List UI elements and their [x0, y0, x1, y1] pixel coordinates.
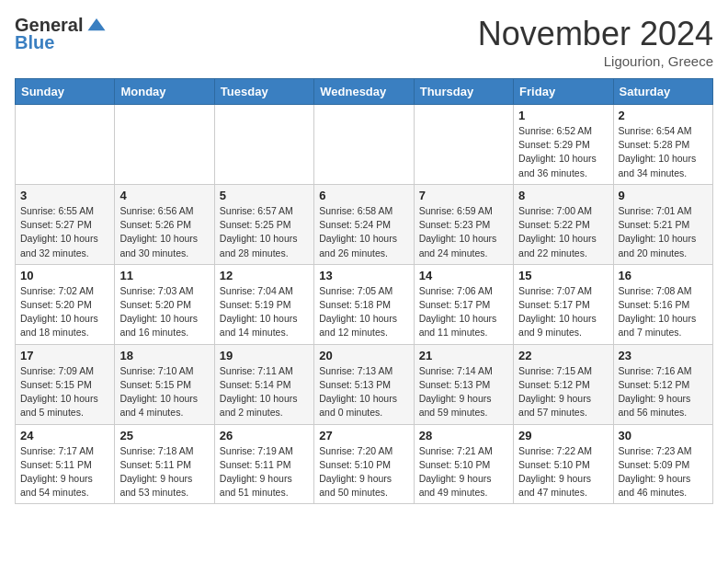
- week-row-5: 24Sunrise: 7:17 AM Sunset: 5:11 PM Dayli…: [16, 424, 713, 504]
- day-number: 6: [319, 189, 408, 202]
- day-number: 21: [419, 349, 508, 362]
- day-info: Sunrise: 7:19 AM Sunset: 5:11 PM Dayligh…: [220, 444, 309, 500]
- day-number: 20: [319, 349, 408, 362]
- day-number: 1: [518, 109, 608, 122]
- calendar-cell: 2Sunrise: 6:54 AM Sunset: 5:28 PM Daylig…: [613, 105, 712, 185]
- calendar-cell: 1Sunrise: 6:52 AM Sunset: 5:29 PM Daylig…: [514, 105, 613, 185]
- weekday-header-row: SundayMondayTuesdayWednesdayThursdayFrid…: [16, 79, 713, 105]
- calendar-cell: 5Sunrise: 6:57 AM Sunset: 5:25 PM Daylig…: [214, 184, 313, 264]
- calendar-cell: 20Sunrise: 7:13 AM Sunset: 5:13 PM Dayli…: [314, 344, 414, 424]
- calendar-cell: 25Sunrise: 7:18 AM Sunset: 5:11 PM Dayli…: [115, 424, 214, 504]
- day-info: Sunrise: 7:20 AM Sunset: 5:10 PM Dayligh…: [319, 444, 408, 500]
- logo-icon: [86, 16, 107, 36]
- page-header: General Blue November 2024 Ligourion, Gr…: [15, 15, 713, 69]
- day-number: 11: [119, 269, 209, 282]
- week-row-1: 1Sunrise: 6:52 AM Sunset: 5:29 PM Daylig…: [16, 105, 713, 185]
- day-number: 24: [20, 429, 109, 442]
- calendar-cell: [16, 105, 115, 185]
- calendar-table: SundayMondayTuesdayWednesdayThursdayFrid…: [15, 78, 713, 504]
- day-info: Sunrise: 7:04 AM Sunset: 5:19 PM Dayligh…: [220, 284, 309, 340]
- day-number: 4: [119, 189, 209, 202]
- day-info: Sunrise: 7:07 AM Sunset: 5:17 PM Dayligh…: [518, 284, 608, 340]
- calendar-cell: 18Sunrise: 7:10 AM Sunset: 5:15 PM Dayli…: [115, 344, 214, 424]
- day-info: Sunrise: 7:01 AM Sunset: 5:21 PM Dayligh…: [619, 204, 708, 260]
- day-number: 10: [20, 269, 109, 282]
- calendar-cell: 13Sunrise: 7:05 AM Sunset: 5:18 PM Dayli…: [314, 264, 414, 344]
- day-number: 22: [518, 349, 608, 362]
- calendar-cell: 21Sunrise: 7:14 AM Sunset: 5:13 PM Dayli…: [414, 344, 513, 424]
- day-number: 18: [119, 349, 209, 362]
- day-info: Sunrise: 6:54 AM Sunset: 5:28 PM Dayligh…: [619, 124, 708, 180]
- calendar-cell: 7Sunrise: 6:59 AM Sunset: 5:23 PM Daylig…: [414, 184, 513, 264]
- day-info: Sunrise: 7:02 AM Sunset: 5:20 PM Dayligh…: [20, 284, 109, 340]
- weekday-header-friday: Friday: [514, 79, 613, 105]
- location: Ligourion, Greece: [478, 53, 713, 69]
- calendar-cell: 9Sunrise: 7:01 AM Sunset: 5:21 PM Daylig…: [613, 184, 712, 264]
- day-number: 5: [220, 189, 309, 202]
- calendar-cell: 10Sunrise: 7:02 AM Sunset: 5:20 PM Dayli…: [16, 264, 115, 344]
- calendar-cell: 19Sunrise: 7:11 AM Sunset: 5:14 PM Dayli…: [214, 344, 313, 424]
- day-number: 3: [20, 189, 109, 202]
- calendar-cell: 3Sunrise: 6:55 AM Sunset: 5:27 PM Daylig…: [16, 184, 115, 264]
- day-number: 13: [319, 269, 408, 282]
- calendar-cell: 26Sunrise: 7:19 AM Sunset: 5:11 PM Dayli…: [214, 424, 313, 504]
- weekday-header-sunday: Sunday: [16, 79, 115, 105]
- day-number: 12: [220, 269, 309, 282]
- day-info: Sunrise: 7:15 AM Sunset: 5:12 PM Dayligh…: [518, 364, 608, 420]
- calendar-cell: 23Sunrise: 7:16 AM Sunset: 5:12 PM Dayli…: [613, 344, 712, 424]
- day-info: Sunrise: 7:00 AM Sunset: 5:22 PM Dayligh…: [518, 204, 608, 260]
- day-info: Sunrise: 7:10 AM Sunset: 5:15 PM Dayligh…: [119, 364, 209, 420]
- day-number: 14: [419, 269, 508, 282]
- day-number: 23: [619, 349, 708, 362]
- day-number: 8: [518, 189, 608, 202]
- day-info: Sunrise: 7:23 AM Sunset: 5:09 PM Dayligh…: [619, 444, 708, 500]
- calendar-cell: 24Sunrise: 7:17 AM Sunset: 5:11 PM Dayli…: [16, 424, 115, 504]
- day-info: Sunrise: 6:59 AM Sunset: 5:23 PM Dayligh…: [419, 204, 508, 260]
- calendar-cell: 22Sunrise: 7:15 AM Sunset: 5:12 PM Dayli…: [514, 344, 613, 424]
- calendar-cell: 29Sunrise: 7:22 AM Sunset: 5:10 PM Dayli…: [514, 424, 613, 504]
- day-info: Sunrise: 6:58 AM Sunset: 5:24 PM Dayligh…: [319, 204, 408, 260]
- svg-marker-0: [88, 17, 106, 29]
- calendar-cell: 14Sunrise: 7:06 AM Sunset: 5:17 PM Dayli…: [414, 264, 513, 344]
- week-row-4: 17Sunrise: 7:09 AM Sunset: 5:15 PM Dayli…: [16, 344, 713, 424]
- day-info: Sunrise: 7:21 AM Sunset: 5:10 PM Dayligh…: [419, 444, 508, 500]
- title-block: November 2024 Ligourion, Greece: [478, 15, 713, 69]
- day-info: Sunrise: 7:22 AM Sunset: 5:10 PM Dayligh…: [518, 444, 608, 500]
- day-info: Sunrise: 7:08 AM Sunset: 5:16 PM Dayligh…: [619, 284, 708, 340]
- calendar-cell: [314, 105, 414, 185]
- day-number: 28: [419, 429, 508, 442]
- calendar-cell: 11Sunrise: 7:03 AM Sunset: 5:20 PM Dayli…: [115, 264, 214, 344]
- day-number: 29: [518, 429, 608, 442]
- weekday-header-monday: Monday: [115, 79, 214, 105]
- day-number: 26: [220, 429, 309, 442]
- calendar-cell: 6Sunrise: 6:58 AM Sunset: 5:24 PM Daylig…: [314, 184, 414, 264]
- day-info: Sunrise: 7:13 AM Sunset: 5:13 PM Dayligh…: [319, 364, 408, 420]
- day-info: Sunrise: 6:55 AM Sunset: 5:27 PM Dayligh…: [20, 204, 109, 260]
- day-info: Sunrise: 7:09 AM Sunset: 5:15 PM Dayligh…: [20, 364, 109, 420]
- weekday-header-saturday: Saturday: [613, 79, 712, 105]
- calendar-cell: 15Sunrise: 7:07 AM Sunset: 5:17 PM Dayli…: [514, 264, 613, 344]
- day-number: 2: [619, 109, 708, 122]
- weekday-header-wednesday: Wednesday: [314, 79, 414, 105]
- day-number: 27: [319, 429, 408, 442]
- calendar-cell: 8Sunrise: 7:00 AM Sunset: 5:22 PM Daylig…: [514, 184, 613, 264]
- calendar-cell: [115, 105, 214, 185]
- calendar-cell: [214, 105, 313, 185]
- logo-blue: Blue: [15, 32, 54, 53]
- week-row-3: 10Sunrise: 7:02 AM Sunset: 5:20 PM Dayli…: [16, 264, 713, 344]
- calendar-cell: [414, 105, 513, 185]
- week-row-2: 3Sunrise: 6:55 AM Sunset: 5:27 PM Daylig…: [16, 184, 713, 264]
- day-number: 16: [619, 269, 708, 282]
- day-info: Sunrise: 7:06 AM Sunset: 5:17 PM Dayligh…: [419, 284, 508, 340]
- logo: General Blue: [15, 15, 107, 53]
- day-number: 7: [419, 189, 508, 202]
- calendar-cell: 30Sunrise: 7:23 AM Sunset: 5:09 PM Dayli…: [613, 424, 712, 504]
- calendar-cell: 12Sunrise: 7:04 AM Sunset: 5:19 PM Dayli…: [214, 264, 313, 344]
- month-title: November 2024: [478, 15, 713, 53]
- calendar-cell: 16Sunrise: 7:08 AM Sunset: 5:16 PM Dayli…: [613, 264, 712, 344]
- calendar-cell: 28Sunrise: 7:21 AM Sunset: 5:10 PM Dayli…: [414, 424, 513, 504]
- day-info: Sunrise: 6:52 AM Sunset: 5:29 PM Dayligh…: [518, 124, 608, 180]
- day-number: 15: [518, 269, 608, 282]
- day-info: Sunrise: 7:05 AM Sunset: 5:18 PM Dayligh…: [319, 284, 408, 340]
- calendar-cell: 27Sunrise: 7:20 AM Sunset: 5:10 PM Dayli…: [314, 424, 414, 504]
